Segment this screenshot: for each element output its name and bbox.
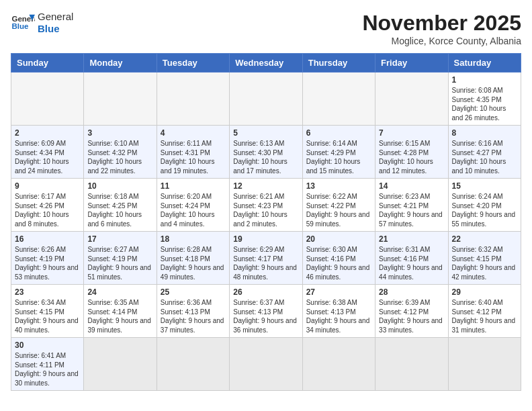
day-info: Sunrise: 6:31 AM Sunset: 4:16 PM Dayligh… [379, 245, 444, 281]
day-info: Sunrise: 6:24 AM Sunset: 4:20 PM Dayligh… [452, 192, 517, 228]
day-number: 18 [161, 234, 226, 244]
day-info: Sunrise: 6:39 AM Sunset: 4:12 PM Dayligh… [379, 298, 444, 334]
day-number: 7 [379, 128, 444, 138]
calendar-cell: 26Sunrise: 6:37 AM Sunset: 4:13 PM Dayli… [230, 285, 302, 338]
calendar-cell: 22Sunrise: 6:32 AM Sunset: 4:15 PM Dayli… [448, 232, 521, 285]
weekday-header-wednesday: Wednesday [230, 54, 302, 73]
day-info: Sunrise: 6:09 AM Sunset: 4:34 PM Dayligh… [15, 139, 80, 175]
day-info: Sunrise: 6:14 AM Sunset: 4:29 PM Dayligh… [306, 139, 371, 175]
day-info: Sunrise: 6:18 AM Sunset: 4:25 PM Dayligh… [87, 192, 152, 228]
calendar-week-row: 23Sunrise: 6:34 AM Sunset: 4:15 PM Dayli… [11, 285, 521, 338]
day-number: 9 [15, 181, 80, 191]
day-info: Sunrise: 6:35 AM Sunset: 4:14 PM Dayligh… [87, 298, 152, 334]
calendar-week-row: 16Sunrise: 6:26 AM Sunset: 4:19 PM Dayli… [11, 232, 521, 285]
day-info: Sunrise: 6:32 AM Sunset: 4:15 PM Dayligh… [452, 245, 517, 281]
day-number: 4 [161, 128, 226, 138]
day-number: 30 [15, 340, 80, 350]
day-info: Sunrise: 6:21 AM Sunset: 4:23 PM Dayligh… [233, 192, 298, 228]
weekday-header-sunday: Sunday [11, 54, 84, 73]
calendar-cell [375, 338, 448, 391]
day-info: Sunrise: 6:23 AM Sunset: 4:21 PM Dayligh… [379, 192, 444, 228]
calendar-table: SundayMondayTuesdayWednesdayThursdayFrid… [11, 53, 521, 391]
svg-text:Blue: Blue [11, 22, 29, 30]
calendar-cell: 23Sunrise: 6:34 AM Sunset: 4:15 PM Dayli… [11, 285, 84, 338]
calendar-week-row: 9Sunrise: 6:17 AM Sunset: 4:26 PM Daylig… [11, 179, 521, 232]
calendar-cell: 16Sunrise: 6:26 AM Sunset: 4:19 PM Dayli… [11, 232, 84, 285]
calendar-cell: 14Sunrise: 6:23 AM Sunset: 4:21 PM Dayli… [375, 179, 448, 232]
calendar-cell [375, 73, 448, 126]
day-number: 27 [306, 287, 371, 297]
day-info: Sunrise: 6:36 AM Sunset: 4:13 PM Dayligh… [161, 298, 226, 334]
calendar-cell [157, 73, 229, 126]
weekday-header-thursday: Thursday [302, 54, 375, 73]
calendar-cell: 8Sunrise: 6:16 AM Sunset: 4:27 PM Daylig… [448, 126, 521, 179]
day-number: 22 [452, 234, 517, 244]
day-info: Sunrise: 6:28 AM Sunset: 4:18 PM Dayligh… [161, 245, 226, 281]
day-number: 29 [452, 287, 517, 297]
calendar-cell [448, 338, 521, 391]
weekday-header-monday: Monday [84, 54, 157, 73]
day-number: 1 [452, 75, 517, 85]
day-number: 8 [452, 128, 517, 138]
day-info: Sunrise: 6:30 AM Sunset: 4:16 PM Dayligh… [306, 245, 371, 281]
calendar-week-row: 30Sunrise: 6:41 AM Sunset: 4:11 PM Dayli… [11, 338, 521, 391]
calendar-cell: 18Sunrise: 6:28 AM Sunset: 4:18 PM Dayli… [157, 232, 229, 285]
calendar-cell: 25Sunrise: 6:36 AM Sunset: 4:13 PM Dayli… [157, 285, 229, 338]
calendar-cell: 10Sunrise: 6:18 AM Sunset: 4:25 PM Dayli… [84, 179, 157, 232]
day-number: 20 [306, 234, 371, 244]
day-number: 14 [379, 181, 444, 191]
calendar-cell: 24Sunrise: 6:35 AM Sunset: 4:14 PM Dayli… [84, 285, 157, 338]
weekday-header-tuesday: Tuesday [157, 54, 229, 73]
day-number: 13 [306, 181, 371, 191]
day-info: Sunrise: 6:34 AM Sunset: 4:15 PM Dayligh… [15, 298, 80, 334]
day-number: 11 [161, 181, 226, 191]
day-info: Sunrise: 6:29 AM Sunset: 4:17 PM Dayligh… [233, 245, 298, 281]
calendar-cell [84, 338, 157, 391]
calendar-cell [157, 338, 229, 391]
weekday-header-row: SundayMondayTuesdayWednesdayThursdayFrid… [11, 54, 521, 73]
calendar-cell: 30Sunrise: 6:41 AM Sunset: 4:11 PM Dayli… [11, 338, 84, 391]
day-number: 12 [233, 181, 298, 191]
day-number: 3 [87, 128, 152, 138]
day-info: Sunrise: 6:08 AM Sunset: 4:35 PM Dayligh… [452, 86, 517, 122]
weekday-header-friday: Friday [375, 54, 448, 73]
day-info: Sunrise: 6:27 AM Sunset: 4:19 PM Dayligh… [87, 245, 152, 281]
calendar-cell: 7Sunrise: 6:15 AM Sunset: 4:28 PM Daylig… [375, 126, 448, 179]
day-info: Sunrise: 6:10 AM Sunset: 4:32 PM Dayligh… [87, 139, 152, 175]
month-title: November 2025 [362, 11, 521, 36]
calendar-cell [84, 73, 157, 126]
header: General Blue General Blue November 2025 … [11, 11, 521, 46]
day-info: Sunrise: 6:38 AM Sunset: 4:13 PM Dayligh… [306, 298, 371, 334]
calendar-cell: 29Sunrise: 6:40 AM Sunset: 4:12 PM Dayli… [448, 285, 521, 338]
day-number: 25 [161, 287, 226, 297]
calendar-cell: 27Sunrise: 6:38 AM Sunset: 4:13 PM Dayli… [302, 285, 375, 338]
day-number: 21 [379, 234, 444, 244]
calendar-week-row: 1Sunrise: 6:08 AM Sunset: 4:35 PM Daylig… [11, 73, 521, 126]
calendar-cell: 5Sunrise: 6:13 AM Sunset: 4:30 PM Daylig… [230, 126, 302, 179]
day-info: Sunrise: 6:17 AM Sunset: 4:26 PM Dayligh… [15, 192, 80, 228]
logo: General Blue General Blue [11, 11, 73, 35]
calendar-cell [11, 73, 84, 126]
day-info: Sunrise: 6:40 AM Sunset: 4:12 PM Dayligh… [452, 298, 517, 334]
day-number: 24 [87, 287, 152, 297]
day-info: Sunrise: 6:22 AM Sunset: 4:22 PM Dayligh… [306, 192, 371, 228]
day-info: Sunrise: 6:26 AM Sunset: 4:19 PM Dayligh… [15, 245, 80, 281]
calendar-cell [230, 73, 302, 126]
day-number: 26 [233, 287, 298, 297]
day-number: 6 [306, 128, 371, 138]
calendar-cell [302, 338, 375, 391]
calendar-cell: 11Sunrise: 6:20 AM Sunset: 4:24 PM Dayli… [157, 179, 229, 232]
day-info: Sunrise: 6:16 AM Sunset: 4:27 PM Dayligh… [452, 139, 517, 175]
day-number: 5 [233, 128, 298, 138]
title-area: November 2025 Moglice, Korce County, Alb… [362, 11, 521, 46]
day-info: Sunrise: 6:37 AM Sunset: 4:13 PM Dayligh… [233, 298, 298, 334]
calendar-cell [302, 73, 375, 126]
calendar-cell: 15Sunrise: 6:24 AM Sunset: 4:20 PM Dayli… [448, 179, 521, 232]
day-number: 15 [452, 181, 517, 191]
calendar-cell: 13Sunrise: 6:22 AM Sunset: 4:22 PM Dayli… [302, 179, 375, 232]
day-number: 28 [379, 287, 444, 297]
day-number: 2 [15, 128, 80, 138]
calendar-cell: 3Sunrise: 6:10 AM Sunset: 4:32 PM Daylig… [84, 126, 157, 179]
calendar-week-row: 2Sunrise: 6:09 AM Sunset: 4:34 PM Daylig… [11, 126, 521, 179]
day-number: 19 [233, 234, 298, 244]
